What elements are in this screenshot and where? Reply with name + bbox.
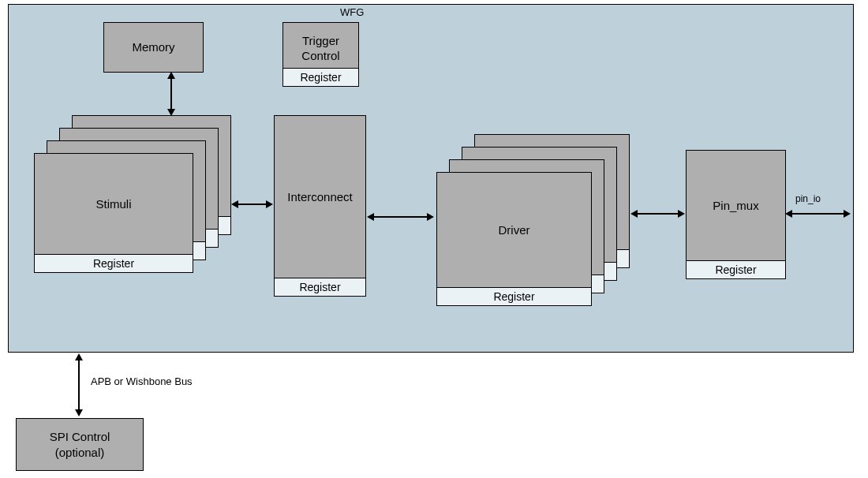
arrow-wfg-spi <box>78 359 80 411</box>
arrow-stimuli-interconnect <box>238 204 268 205</box>
spi-label-1: SPI Control <box>50 429 110 445</box>
stimuli-register-footer: Register <box>35 254 193 272</box>
pinmux-register-footer: Register <box>687 260 785 278</box>
memory-label: Memory <box>132 39 174 55</box>
arrow-pinmux-pinio <box>791 213 845 215</box>
pinmux-label: Pin_mux <box>713 198 758 214</box>
trigger-label-1: Trigger <box>302 33 339 49</box>
interconnect-block: Interconnect Register <box>274 115 366 297</box>
memory-block: Memory <box>103 22 204 73</box>
stimuli-block: Stimuli Register <box>34 153 193 273</box>
driver-block: Driver Register <box>436 172 592 306</box>
wfg-label: WFG <box>340 6 364 18</box>
driver-register-footer: Register <box>437 287 591 305</box>
wfg-container: WFG Memory Trigger Control Register Stim… <box>8 4 854 353</box>
interconnect-label: Interconnect <box>287 189 353 205</box>
spi-control-block: SPI Control (optional) <box>16 418 144 471</box>
trigger-register-footer: Register <box>283 68 358 86</box>
trigger-control-block: Trigger Control Register <box>282 22 359 87</box>
driver-label: Driver <box>499 222 530 238</box>
pinmux-block: Pin_mux Register <box>686 150 786 279</box>
trigger-label-2: Control <box>301 48 339 64</box>
stimuli-label: Stimuli <box>95 196 131 212</box>
arrow-driver-pinmux <box>637 213 679 215</box>
bus-label: APB or Wishbone Bus <box>91 375 193 387</box>
interconnect-register-footer: Register <box>275 278 365 296</box>
pin-io-label: pin_io <box>795 193 821 204</box>
arrow-interconnect-driver <box>373 216 428 218</box>
spi-label-2: (optional) <box>55 445 105 461</box>
arrow-memory-stimuli <box>170 77 172 110</box>
